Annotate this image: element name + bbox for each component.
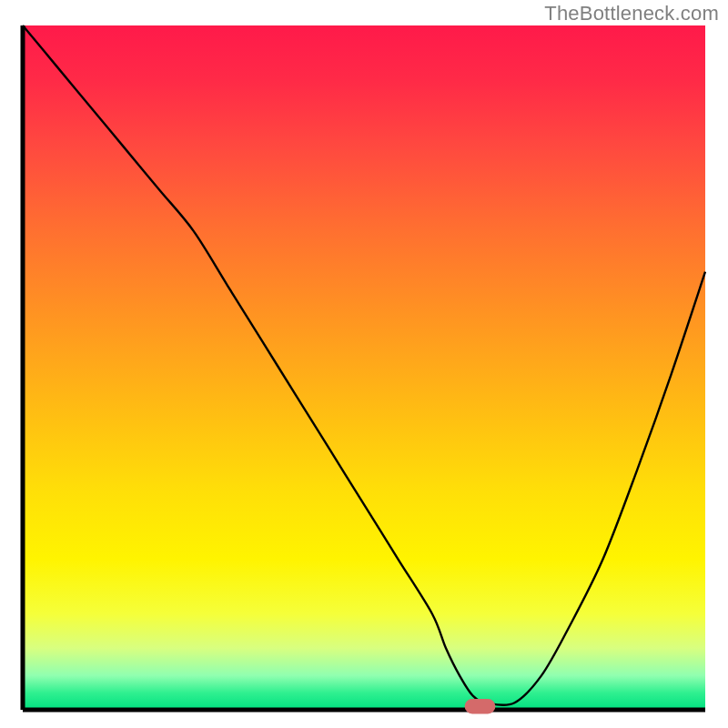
optimal-marker <box>465 699 496 714</box>
plot-background <box>23 25 705 710</box>
bottleneck-chart <box>0 0 728 728</box>
watermark-text: TheBottleneck.com <box>544 2 719 25</box>
chart-container: { "watermark": "TheBottleneck.com", "cha… <box>0 0 728 728</box>
